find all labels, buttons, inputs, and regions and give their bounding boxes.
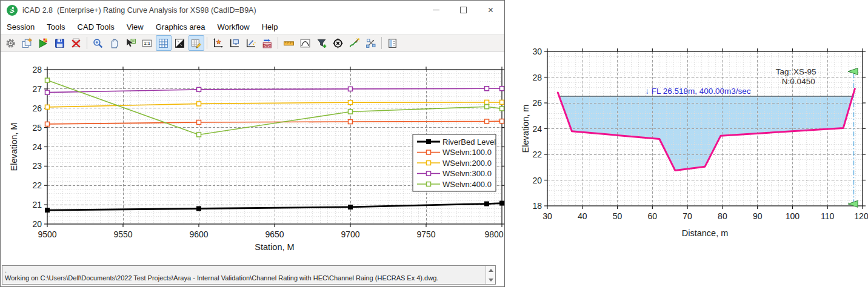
export-dwg-button[interactable]: DWG xyxy=(259,35,275,51)
y-tick-label: 24 xyxy=(32,142,42,152)
curve-preview-button[interactable] xyxy=(298,35,313,51)
one-to-one-icon: 1:1 xyxy=(141,38,153,49)
save-button[interactable] xyxy=(52,35,68,51)
x-tick-label: 100 xyxy=(786,211,800,221)
target-snap-icon xyxy=(332,38,344,49)
select-annotate-icon xyxy=(125,38,136,49)
menu-item-session[interactable]: Session xyxy=(1,21,41,33)
y-axis-label: Elevation, M xyxy=(9,123,19,171)
x-axis-label: Distance, m xyxy=(682,228,729,238)
x-tick-label: 110 xyxy=(821,211,835,221)
plot-annotate-icon xyxy=(245,38,256,49)
legend-label: WSelvn:300.0 xyxy=(442,169,492,178)
side-panel-button[interactable] xyxy=(385,35,401,51)
zoom-icon xyxy=(92,38,104,49)
x-tick-label: 50 xyxy=(613,211,623,221)
menu-item-tools[interactable]: Tools xyxy=(41,21,71,33)
scroll-down-icon[interactable] xyxy=(486,275,495,284)
tag-label: Tag: XS-95 xyxy=(776,67,816,76)
n-value-label: N:0.0450 xyxy=(782,77,815,86)
x-tick-label: 9750 xyxy=(416,229,435,239)
legend-label: WSelvn:200.0 xyxy=(442,159,492,168)
x-tick-label: 80 xyxy=(718,211,727,221)
invert-display-button[interactable] xyxy=(172,35,188,51)
filter-add-icon xyxy=(316,38,327,49)
delete-drawing-button[interactable] xyxy=(68,35,84,51)
new-document-button[interactable] xyxy=(19,35,35,51)
menu-item-help[interactable]: Help xyxy=(256,21,284,33)
menu-item-view[interactable]: View xyxy=(121,21,150,33)
x-tick-label: 60 xyxy=(648,211,658,221)
settings-gear-icon xyxy=(5,38,16,49)
y-tick-label: 26 xyxy=(532,98,542,108)
close-button[interactable]: × xyxy=(477,1,504,19)
x-tick-label: 40 xyxy=(578,211,587,221)
zoom-button[interactable] xyxy=(90,35,106,51)
y-tick-label: 28 xyxy=(532,73,542,82)
trace-wand-button[interactable] xyxy=(347,35,362,51)
y-tick-label: 24 xyxy=(532,124,542,134)
legend-label: WSelvn:100.0 xyxy=(442,148,492,157)
status-line: Working on C:\Users\Dell\Documents\2022 … xyxy=(5,274,483,282)
x-tick-label: 9800 xyxy=(484,229,503,239)
x-tick-label: 9700 xyxy=(341,229,359,239)
x-tick-label: 120 xyxy=(854,211,868,221)
y-tick-label: 27 xyxy=(32,84,42,94)
toolbar-separator xyxy=(207,37,207,49)
x-tick-label: 70 xyxy=(683,211,692,221)
toolbar-separator xyxy=(87,37,87,49)
section-marker-icon[interactable] xyxy=(848,200,858,207)
x-tick-label: 30 xyxy=(542,211,552,221)
y-tick-label: 28 xyxy=(32,65,42,74)
plot-annotate-button[interactable] xyxy=(243,35,259,51)
edit-table-button[interactable] xyxy=(189,35,204,51)
transform-nodes-button[interactable] xyxy=(363,35,379,51)
grid-toggle-button[interactable] xyxy=(156,35,172,51)
y-tick-label: 22 xyxy=(532,150,542,159)
measure-ruler-button[interactable] xyxy=(281,35,297,51)
measure-ruler-icon xyxy=(283,38,295,49)
export-dwg-icon: DWG xyxy=(261,38,273,49)
menu-item-graphics-area[interactable]: Graphics area xyxy=(150,21,212,33)
side-panel-icon xyxy=(387,38,398,49)
graphics-area[interactable]: 9500955096009650970097509800202122232425… xyxy=(1,52,504,264)
minimize-button[interactable] xyxy=(422,1,450,19)
cross-section-plot[interactable]: 3040506070809010011012018202224262830Dis… xyxy=(521,36,868,254)
y-tick-label: 18 xyxy=(532,201,542,211)
status-scrollbar[interactable] xyxy=(486,266,495,284)
y-tick-label: 30 xyxy=(532,47,542,56)
svg-text:DWG: DWG xyxy=(263,44,272,47)
plot-points-icon xyxy=(212,38,224,49)
one-to-one-button[interactable]: 1:1 xyxy=(139,35,155,51)
titlebar[interactable]: iCAD 2.8 (Enterprise+) Rating Curve Anal… xyxy=(1,1,504,19)
settings-gear-button[interactable] xyxy=(3,35,19,51)
maximize-button[interactable] xyxy=(450,1,477,19)
filter-add-button[interactable] xyxy=(314,35,330,51)
invert-display-icon xyxy=(174,38,185,49)
rating-curves-plot[interactable]: 9500955096009650970097509800202122232425… xyxy=(1,52,504,264)
toolbar: 1:1DWG xyxy=(1,34,504,52)
y-tick-label: 21 xyxy=(32,200,42,209)
transform-nodes-icon xyxy=(365,38,376,49)
menu-item-workflow[interactable]: Workflow xyxy=(211,21,255,33)
x-tick-label: 9650 xyxy=(265,229,284,239)
target-snap-button[interactable] xyxy=(330,35,346,51)
plot-preview-button[interactable] xyxy=(227,35,242,51)
toolbar-separator xyxy=(381,37,382,49)
minimize-icon xyxy=(433,10,439,10)
scroll-up-icon[interactable] xyxy=(486,266,495,274)
run-flag-button[interactable] xyxy=(36,35,52,51)
section-marker-icon[interactable] xyxy=(848,68,858,74)
y-axis-label: Elevation, m xyxy=(521,105,530,153)
trace-wand-icon xyxy=(349,38,360,49)
grid-toggle-icon xyxy=(158,38,169,49)
plot-points-button[interactable] xyxy=(210,35,226,51)
run-flag-icon xyxy=(38,38,49,49)
maximize-icon xyxy=(460,7,467,13)
select-annotate-button[interactable] xyxy=(123,35,139,51)
pan-hand-button[interactable] xyxy=(107,35,122,51)
new-document-icon xyxy=(21,38,33,49)
menu-item-cad-tools[interactable]: CAD Tools xyxy=(72,21,121,33)
status-message-box[interactable]: . Working on C:\Users\Dell\Documents\202… xyxy=(2,265,496,285)
x-tick-label: 9550 xyxy=(113,229,132,239)
